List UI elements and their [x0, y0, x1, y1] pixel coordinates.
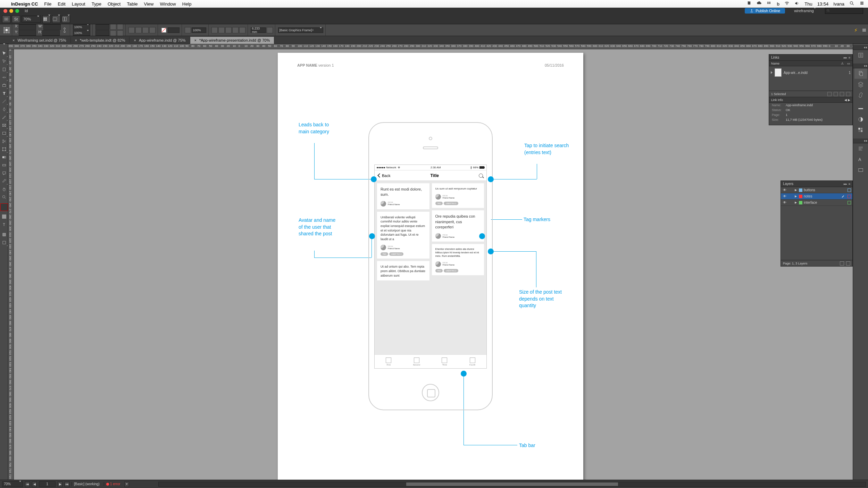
goto-link-button[interactable] [834, 92, 838, 96]
search-icon[interactable] [479, 174, 483, 178]
free-transform-tool[interactable] [0, 145, 8, 153]
link-info-nav[interactable]: ◀ ▶ [844, 98, 850, 102]
scale-x-field[interactable]: 100% [73, 24, 90, 30]
pencil-tool[interactable] [0, 113, 8, 121]
menu-object[interactable]: Object [108, 1, 121, 7]
layer-name[interactable]: buttons [804, 188, 815, 192]
gap-tool[interactable] [0, 74, 8, 81]
update-link-button[interactable] [840, 92, 844, 96]
rotate-ccw-button[interactable] [110, 30, 116, 36]
document-tab[interactable]: ×*web-template.indt @ 82% [71, 37, 130, 44]
tools-panel-collapse-icon[interactable] [0, 45, 8, 49]
panel-menu-icon[interactable]: ≡ [849, 56, 850, 59]
visibility-icon[interactable]: 👁 [782, 200, 787, 205]
layer-row[interactable]: 👁▶interface [781, 200, 852, 206]
pages-panel-icon[interactable] [854, 68, 867, 79]
type-tool[interactable] [0, 90, 8, 97]
minimize-window-button[interactable] [9, 9, 13, 13]
menu-window[interactable]: Window [160, 1, 176, 7]
text-wrap-none-button[interactable] [211, 27, 218, 33]
layers-panel[interactable]: Layers▸▸≡ 👁▶buttons 👁▶notes 👁▶interface … [781, 180, 853, 267]
menu-file[interactable]: File [44, 1, 51, 7]
corner-size-field[interactable]: 6.233 mm [251, 27, 266, 33]
note-tool[interactable] [0, 169, 8, 177]
tab-item[interactable]: Fourth [459, 355, 487, 368]
edit-original-button[interactable] [846, 92, 850, 96]
arrange-documents-button[interactable] [62, 15, 70, 23]
rectangle-tool[interactable] [0, 129, 8, 137]
paragraph-styles-panel-icon[interactable] [854, 143, 867, 154]
link-row[interactable]: App-wir...e.indd 1 [770, 67, 851, 78]
layer-name[interactable]: notes [804, 194, 812, 198]
prev-page-button[interactable]: ◀ [32, 481, 37, 487]
layers-panel-icon[interactable] [854, 79, 867, 90]
expand-panels-icon[interactable] [853, 45, 868, 50]
document-tab[interactable]: ×Wireframing set.indd @ 75% [8, 37, 71, 44]
stroke-panel-icon[interactable] [854, 103, 867, 114]
tag-chip[interactable]: TAG [381, 252, 388, 256]
effects-button[interactable] [185, 27, 191, 33]
content-collector-tool[interactable] [0, 82, 8, 89]
object-style-field[interactable]: [Basic Graphics Frame]+ [278, 27, 323, 33]
post-card[interactable]: Ut ad untum qui abo. Tem repta prem alit… [377, 261, 429, 280]
control-panel-menu-icon[interactable] [862, 25, 867, 35]
page-tool[interactable] [0, 66, 8, 73]
layer-selection-proxy[interactable] [848, 195, 851, 198]
zoom-level-field[interactable]: 70% [22, 16, 41, 23]
gradient-swatch-tool[interactable] [0, 153, 8, 161]
menuextra-cloud-icon[interactable] [757, 1, 762, 7]
height-field[interactable] [42, 30, 60, 36]
layer-selection-proxy[interactable] [848, 201, 851, 204]
screen-mode-button[interactable] [52, 15, 60, 23]
eyedropper-tool[interactable] [0, 177, 8, 185]
scale-y-field[interactable]: 100% [73, 30, 90, 36]
relink-button[interactable] [827, 92, 832, 96]
document-page[interactable]: APP NAME version 1 05/11/2016 Leads back… [278, 53, 583, 480]
links-column-page-icon[interactable]: ▭ [847, 62, 850, 65]
x-position-field[interactable] [19, 24, 36, 30]
close-tab-icon[interactable]: × [12, 38, 15, 42]
links-panel[interactable]: Links▸▸≡ Name⚠▭ App-wir...e.indd 1 1 Sel… [769, 54, 853, 125]
delete-layer-button[interactable] [846, 261, 850, 266]
menu-view[interactable]: View [144, 1, 154, 7]
cc-libraries-panel-icon[interactable] [854, 50, 867, 60]
menuextra-dropbox-icon[interactable] [767, 1, 772, 7]
direct-selection-tool[interactable] [0, 58, 8, 65]
pen-tool[interactable] [0, 106, 8, 113]
links-column-name[interactable]: Name [771, 62, 779, 65]
panel-collapse-icon[interactable]: ▸▸ [844, 56, 847, 59]
layer-row-active[interactable]: 👁▶notes [781, 193, 852, 200]
close-tab-icon[interactable]: × [75, 38, 77, 42]
menuextra-notifications-icon[interactable] [859, 1, 865, 7]
tag-chip[interactable]: USER TAG 2 [444, 269, 458, 272]
vertical-ruler[interactable]: 0102030405060708090100110120130140150160… [8, 49, 14, 480]
panel-tab-layers[interactable]: Layers [783, 182, 793, 186]
text-wrap-bbox-button[interactable] [218, 27, 225, 33]
normal-view-button[interactable] [0, 231, 8, 238]
constrain-proportions-icon[interactable] [61, 27, 68, 33]
links-column-status-icon[interactable]: ⚠ [841, 62, 844, 65]
stock-button[interactable]: St [12, 15, 20, 23]
menu-layout[interactable]: Layout [72, 1, 85, 7]
panel-tab-links[interactable]: Links [771, 56, 779, 59]
y-position-field[interactable] [19, 30, 36, 36]
text-wrap-shape-button[interactable] [225, 27, 232, 33]
visibility-icon[interactable]: 👁 [782, 188, 787, 193]
menu-help[interactable]: Help [182, 1, 192, 7]
color-panel-icon[interactable] [854, 114, 867, 125]
disclosure-icon[interactable]: ▶ [795, 188, 798, 192]
horizontal-scrollbar[interactable] [158, 482, 866, 487]
preflight-errors[interactable]: 1 error [104, 482, 122, 486]
links-panel-icon[interactable] [854, 90, 867, 100]
shear-field[interactable] [95, 30, 109, 36]
bridge-button[interactable] [2, 15, 10, 23]
menuextra-beats-icon[interactable]: b [777, 1, 779, 7]
first-page-button[interactable]: ⏮ [25, 481, 30, 487]
back-button[interactable]: Back [378, 174, 390, 178]
app-menu[interactable]: InDesign CC [11, 1, 38, 7]
disclosure-icon[interactable]: ▶ [795, 195, 798, 198]
panel-collapse-icon[interactable]: ▸▸ [844, 182, 847, 186]
text-wrap-column-button[interactable] [239, 27, 245, 33]
tag-chip[interactable]: TAG [435, 202, 443, 205]
line-tool[interactable] [0, 98, 8, 105]
